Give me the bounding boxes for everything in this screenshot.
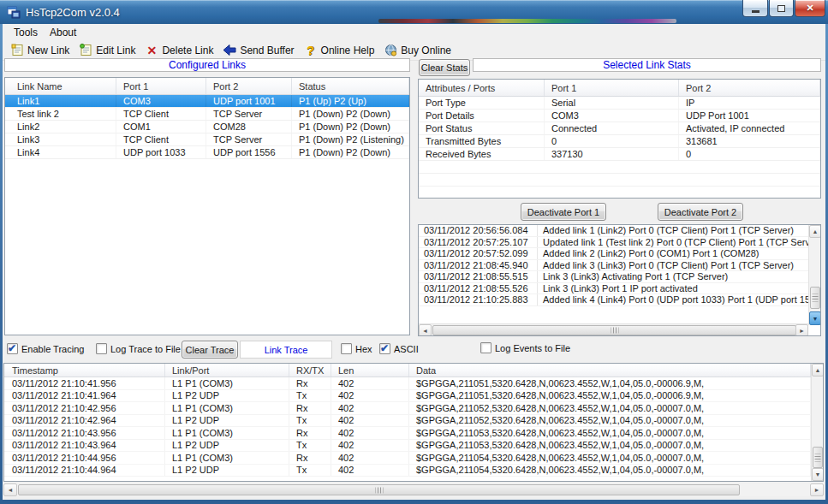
column-header-len[interactable]: Len (331, 364, 409, 377)
event-row[interactable]: 03/11/2012 21:08:55.526 Link 3 (Link3) P… (419, 283, 808, 295)
scroll-left-button[interactable]: ◄ (419, 324, 432, 336)
menu-bar: ToolsAbout (3, 24, 825, 40)
close-button[interactable]: ✕ (795, 0, 825, 17)
link-trace-panel: Link Trace (240, 341, 332, 359)
link-row[interactable]: Link3 TCP Client TCP Server P1 (Down) P2… (5, 133, 409, 146)
deactivate-port1-button[interactable]: Deactivate Port 1 (521, 203, 606, 221)
vscroll-thumb[interactable] (810, 287, 820, 309)
trace-timestamp-cell: 03/11/2012 21:10:44.956 (4, 452, 165, 464)
link-row[interactable]: Test link 2 TCP Client TCP Server P1 (Do… (5, 108, 409, 121)
online-help-label: Online Help (321, 44, 375, 56)
stats-port2-cell: 0 (679, 148, 820, 160)
trace-data-cell: $GPGGA,211054,5320.6428,N,00623.4552,W,1… (409, 452, 811, 464)
menu-item[interactable]: Tools (8, 25, 44, 40)
clear-trace-button[interactable]: Clear Trace (182, 341, 238, 359)
configured-links-rows: Link1 COM3 UDP port 1001 P1 (Up) P2 (Up)… (5, 95, 409, 159)
event-message-cell: Link 3 (Link3) Activating Port 1 (TCP Se… (538, 271, 808, 282)
stats-port2-cell: UDP Port 1001 (679, 110, 820, 122)
trace-row[interactable]: 03/11/2012 21:10:42.964 L1 P2 UDP Tx 402… (4, 415, 811, 428)
send-buffer-button[interactable]: Send Buffer (219, 42, 300, 59)
checkbox-box[interactable] (341, 343, 352, 354)
checkbox-box[interactable] (379, 343, 390, 354)
trace-len-cell: 402 (331, 452, 409, 464)
scroll-right-button[interactable]: ► (795, 324, 808, 336)
trace-link-port-cell: L1 P2 UDP (165, 440, 289, 452)
ascii-checkbox[interactable]: ASCII (379, 343, 419, 354)
event-message-cell: Added link 3 (Link3) Port 0 (TCP Client)… (538, 260, 808, 271)
maximize-button[interactable] (769, 0, 794, 17)
event-row[interactable]: 03/11/2012 20:56:56.084 Added link 1 (Li… (419, 225, 808, 237)
trace-vscrollbar[interactable]: ▲ ▼ (811, 364, 823, 481)
hscroll-thumb[interactable] (18, 484, 740, 495)
checkbox-box[interactable] (96, 343, 107, 354)
trace-row[interactable]: 03/11/2012 21:10:42.956 L1 P1 (COM3) Rx … (4, 402, 811, 415)
trace-rxtx-cell: Tx (289, 440, 331, 452)
hscroll-thumb[interactable] (432, 325, 796, 335)
scroll-down-button[interactable]: ▼ (812, 468, 824, 481)
event-log-vscrollbar[interactable]: ▲ ▼ (808, 225, 820, 325)
event-row[interactable]: 03/11/2012 21:08:55.515 Link 3 (Link3) A… (419, 271, 808, 283)
scroll-right-button[interactable]: ► (810, 483, 824, 496)
log-events-checkbox[interactable]: Log Events to File (480, 342, 570, 353)
menu-item[interactable]: About (44, 25, 82, 40)
column-header-stats-port2[interactable]: Port 2 (679, 80, 820, 96)
ascii-label: ASCII (394, 344, 419, 354)
titlebar[interactable]: HsTcp2Com v2.0.4 ✕ (0, 0, 828, 24)
scroll-up-button[interactable]: ▲ (809, 225, 821, 238)
new-link-button[interactable]: New Link (7, 42, 75, 59)
column-header-port1[interactable]: Port 1 (116, 78, 206, 94)
clear-stats-button[interactable]: Clear Stats (419, 59, 470, 76)
trace-timestamp-cell: 03/11/2012 21:10:44.964 (4, 465, 165, 477)
trace-row[interactable]: 03/11/2012 21:10:41.956 L1 P1 (COM3) Rx … (4, 377, 811, 390)
online-help-button[interactable]: ? Online Help (301, 42, 381, 59)
event-row[interactable]: 03/11/2012 20:57:52.099 Added link 2 (Li… (419, 248, 808, 260)
column-header-status[interactable]: Status (292, 78, 409, 94)
link-row[interactable]: Link2 COM1 COM28 P1 (Down) P2 (Down) (5, 121, 409, 133)
link-row[interactable]: Link1 COM3 UDP port 1001 P1 (Up) P2 (Up) (5, 95, 409, 108)
minimize-button[interactable] (742, 0, 768, 17)
hex-checkbox[interactable]: Hex (341, 343, 372, 354)
trace-row[interactable]: 03/11/2012 21:10:43.964 L1 P2 UDP Tx 402… (4, 440, 811, 453)
trace-row[interactable]: 03/11/2012 21:10:43.956 L1 P1 (COM3) Rx … (4, 427, 811, 440)
trace-link-port-cell: L1 P1 (COM3) (165, 452, 289, 464)
buy-online-button[interactable]: Buy Online (380, 42, 457, 59)
event-row[interactable]: 03/11/2012 21:10:25.883 Added link 4 (Li… (419, 294, 808, 306)
trace-hscrollbar[interactable]: ◄ ► (3, 483, 824, 496)
scroll-up-button[interactable]: ▲ (812, 364, 824, 377)
trace-data-cell: $GPGGA,211053,5320.6428,N,00623.4552,W,1… (409, 427, 811, 439)
scroll-down-button[interactable]: ▼ (809, 311, 821, 325)
trace-timestamp-cell: 03/11/2012 21:10:42.964 (4, 415, 165, 427)
link-row[interactable]: Link4 UDP port 1033 UDP port 1556 P1 (Do… (5, 146, 409, 159)
column-header-port2[interactable]: Port 2 (206, 78, 292, 94)
link-port2-cell: UDP port 1001 (206, 95, 292, 107)
vscroll-thumb[interactable] (813, 447, 823, 468)
column-header-attributes[interactable]: Attributes / Ports (419, 80, 545, 96)
delete-link-button[interactable]: ✕ Delete Link (141, 42, 219, 59)
column-header-link-port[interactable]: Link/Port (165, 364, 289, 377)
event-timestamp-cell: 03/11/2012 21:08:55.526 (419, 283, 538, 294)
link-name-cell: Link4 (5, 146, 116, 158)
trace-row[interactable]: 03/11/2012 21:10:44.956 L1 P1 (COM3) Rx … (4, 452, 811, 465)
scroll-left-button[interactable]: ◄ (3, 483, 17, 496)
event-log-rows: 03/11/2012 20:56:56.084 Added link 1 (Li… (419, 225, 808, 306)
column-header-link-name[interactable]: Link Name (5, 78, 116, 94)
link-status-cell: P1 (Down) P2 (Down) (292, 121, 409, 133)
trace-row[interactable]: 03/11/2012 21:10:44.964 L1 P2 UDP Tx 402… (4, 465, 811, 477)
column-header-data[interactable]: Data (409, 364, 811, 377)
deactivate-port2-button[interactable]: Deactivate Port 2 (658, 203, 743, 221)
column-header-rxtx[interactable]: RX/TX (289, 364, 331, 377)
event-log-hscrollbar[interactable]: ◄ ► (419, 323, 808, 335)
log-trace-checkbox[interactable]: Log Trace to File (96, 343, 181, 354)
event-row[interactable]: 03/11/2012 20:57:25.107 Updated link 1 (… (419, 237, 808, 249)
edit-link-button[interactable]: Edit Link (75, 42, 141, 59)
event-timestamp-cell: 03/11/2012 21:08:55.515 (419, 271, 538, 282)
checkbox-box[interactable] (7, 343, 18, 354)
column-header-stats-port1[interactable]: Port 1 (545, 80, 679, 96)
event-log-list: 03/11/2012 20:56:56.084 Added link 1 (Li… (418, 224, 821, 336)
event-timestamp-cell: 03/11/2012 21:10:25.883 (419, 294, 538, 305)
column-header-timestamp[interactable]: Timestamp (4, 364, 165, 377)
event-row[interactable]: 03/11/2012 21:08:45.940 Added link 3 (Li… (419, 260, 808, 272)
enable-tracing-checkbox[interactable]: Enable Tracing (7, 343, 84, 354)
trace-row[interactable]: 03/11/2012 21:10:41.964 L1 P2 UDP Tx 402… (4, 390, 811, 403)
checkbox-box[interactable] (480, 342, 491, 353)
